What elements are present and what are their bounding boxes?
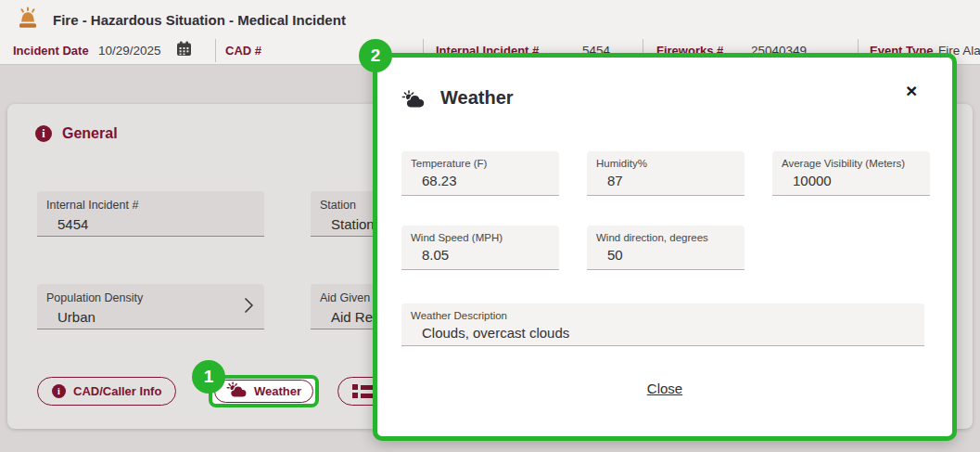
weather-button[interactable]: Weather — [214, 380, 313, 403]
weather-cloud-icon — [226, 381, 248, 401]
field-value: 8.05 — [422, 247, 550, 263]
population-density-field[interactable]: Population Density Urban — [37, 284, 264, 329]
cad-number-label: CAD # — [225, 44, 261, 58]
internal-incident-field[interactable]: Internal Incident # 5454 — [37, 191, 264, 237]
weather-button-highlight: Weather — [209, 375, 319, 407]
field-value: 68.23 — [422, 173, 550, 188]
weather-modal: Weather × Temperature (F) 68.23 Humidity… — [373, 53, 957, 441]
header-divider — [215, 39, 216, 62]
incident-date-label: Incident Date — [13, 44, 89, 58]
modal-close-link-wrap: Close — [377, 381, 952, 397]
page-title: Fire - Hazardous Situation - Medical Inc… — [53, 12, 346, 28]
field-value: Clouds, overcast clouds — [422, 325, 915, 341]
annotation-step-1-badge: 1 — [192, 360, 225, 394]
weather-cloud-icon — [401, 90, 426, 112]
annotation-step-2-badge: 2 — [359, 39, 392, 72]
modal-field-row: Wind Speed (MPH) 8.05 Wind direction, de… — [401, 226, 745, 270]
cad-caller-info-button[interactable]: i CAD/Caller Info — [37, 377, 176, 406]
field-label: Temperature (F) — [411, 158, 550, 169]
visibility-field[interactable]: Average Visibility (Meters) 10000 — [772, 151, 930, 196]
field-value: 87 — [607, 173, 735, 188]
app-screen: Fire - Hazardous Situation - Medical Inc… — [0, 0, 980, 452]
field-label: Weather Description — [411, 310, 915, 321]
wind-speed-field[interactable]: Wind Speed (MPH) 8.05 — [401, 226, 559, 270]
chevron-right-icon[interactable] — [245, 298, 253, 316]
field-value: 10000 — [793, 173, 921, 188]
general-heading-label: General — [62, 125, 118, 142]
list-icon — [352, 384, 373, 398]
siren-alarm-icon — [15, 6, 41, 34]
weather-button-label: Weather — [254, 384, 301, 398]
weather-description-field[interactable]: Weather Description Clouds, overcast clo… — [401, 303, 924, 346]
field-label: Wind Speed (MPH) — [411, 232, 550, 243]
field-label: Internal Incident # — [46, 199, 255, 212]
modal-field-row: Weather Description Clouds, overcast clo… — [401, 303, 924, 346]
temperature-field[interactable]: Temperature (F) 68.23 — [401, 151, 559, 196]
humidity-field[interactable]: Humidity% 87 — [587, 151, 745, 196]
close-link[interactable]: Close — [647, 381, 682, 396]
incident-date-value: 10/29/2025 — [98, 44, 161, 58]
field-label: Humidity% — [596, 158, 735, 169]
close-icon[interactable]: × — [906, 81, 917, 100]
info-icon: i — [35, 125, 52, 142]
field-value: 5454 — [57, 216, 255, 232]
field-label: Wind direction, degrees — [596, 232, 735, 243]
general-heading: i General — [35, 125, 118, 142]
cad-caller-info-label: CAD/Caller Info — [73, 384, 161, 398]
field-value: 50 — [607, 247, 735, 263]
calendar-icon[interactable] — [176, 41, 192, 60]
field-label: Average Visibility (Meters) — [782, 158, 921, 169]
field-label: Population Density — [46, 291, 255, 304]
modal-title: Weather — [440, 87, 514, 109]
wind-direction-field[interactable]: Wind direction, degrees 50 — [587, 226, 745, 270]
modal-field-row: Temperature (F) 68.23 Humidity% 87 Avera… — [401, 151, 930, 196]
info-icon: i — [52, 384, 66, 398]
field-value: Urban — [57, 309, 255, 325]
